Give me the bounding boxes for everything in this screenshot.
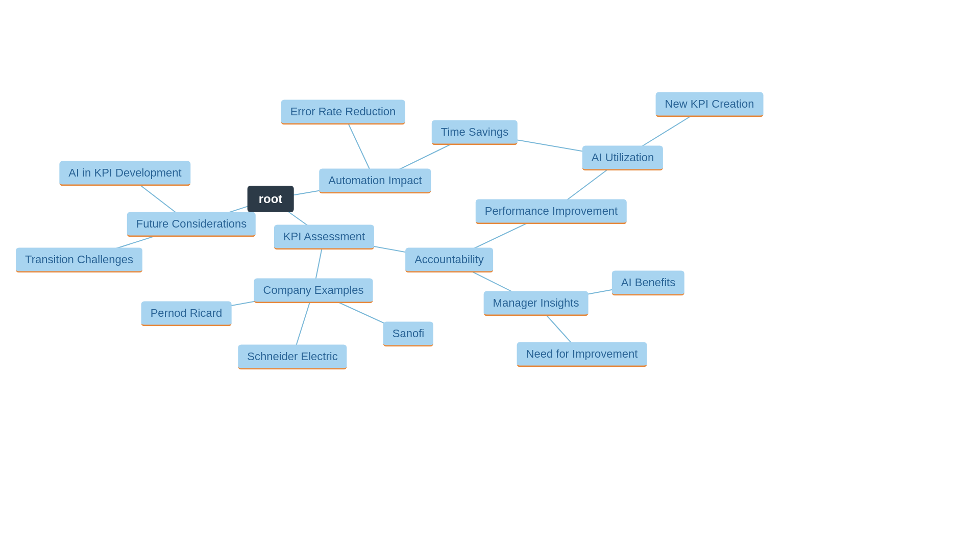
node-pernod-ricard[interactable]: Pernod Ricard	[141, 302, 232, 327]
node-sanofi[interactable]: Sanofi	[383, 322, 433, 347]
connections-svg	[0, 0, 980, 551]
node-automation[interactable]: Automation Impact	[319, 169, 431, 194]
node-need-improvement[interactable]: Need for Improvement	[517, 342, 647, 367]
node-company-examples[interactable]: Company Examples	[254, 279, 373, 304]
node-manager-insights[interactable]: Manager Insights	[484, 291, 589, 316]
node-transition[interactable]: Transition Challenges	[16, 248, 142, 273]
node-ai-benefits[interactable]: AI Benefits	[612, 271, 684, 296]
node-schneider[interactable]: Schneider Electric	[238, 345, 347, 370]
node-ai-utilization[interactable]: AI Utilization	[582, 146, 663, 171]
node-time-savings[interactable]: Time Savings	[432, 120, 518, 145]
node-error-rate[interactable]: Error Rate Reduction	[281, 100, 405, 125]
mindmap-canvas: rootError Rate ReductionAutomation Impac…	[0, 0, 980, 551]
node-ai-kpi-dev[interactable]: AI in KPI Development	[59, 161, 190, 186]
node-new-kpi[interactable]: New KPI Creation	[656, 92, 764, 117]
node-root[interactable]: root	[248, 186, 294, 212]
node-kpi-assessment[interactable]: KPI Assessment	[274, 225, 374, 250]
node-accountability[interactable]: Accountability	[405, 248, 493, 273]
node-future-considerations[interactable]: Future Considerations	[127, 212, 256, 237]
node-perf-improvement[interactable]: Performance Improvement	[476, 199, 627, 224]
